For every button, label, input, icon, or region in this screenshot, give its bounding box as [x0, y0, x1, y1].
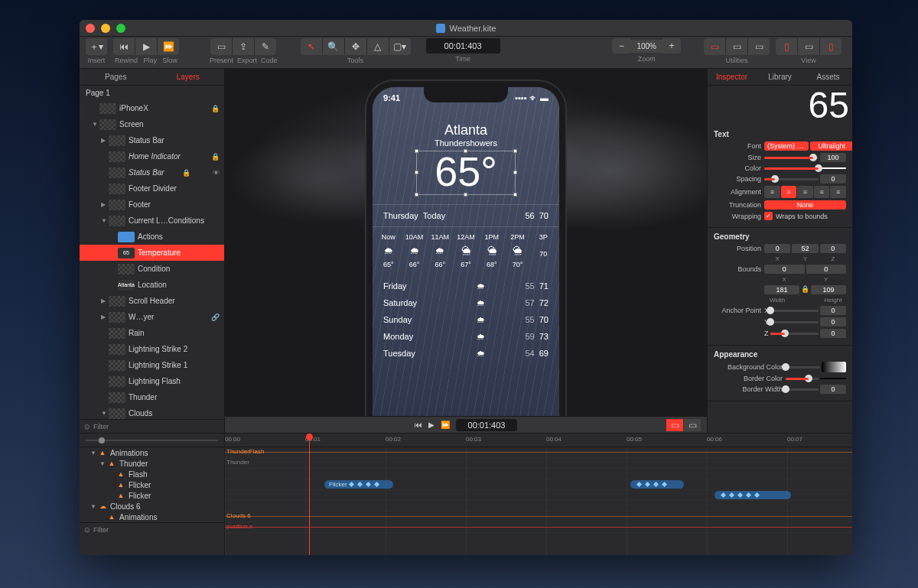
layer-row[interactable]: ▼Clouds	[80, 405, 224, 419]
close-button[interactable]	[86, 24, 95, 33]
pages-tab[interactable]: Pages	[80, 69, 152, 85]
timeline-tracks-area[interactable]: 00:0000:0100:0200:0300:0400:0500:0600:07…	[225, 434, 852, 555]
timeline-item[interactable]: ▲Flicker	[80, 479, 224, 490]
pos-x[interactable]: 0	[764, 244, 790, 253]
export-button[interactable]: ⇪	[233, 38, 254, 55]
timeline-scrubber-mini[interactable]	[80, 434, 224, 447]
code-button[interactable]: ✎	[255, 38, 276, 55]
utilities-panel-3[interactable]: ▭	[748, 38, 770, 55]
timeline-item[interactable]: ▼▲Animations	[80, 447, 224, 458]
layer-row[interactable]: ▶Scroll Header	[80, 293, 224, 309]
timeline-filter[interactable]: ⊙ Filter	[80, 522, 224, 536]
zoom-value[interactable]: 100%	[630, 40, 662, 53]
width-input[interactable]: 181	[764, 285, 799, 294]
size-slider[interactable]	[764, 157, 819, 159]
inspector-tab[interactable]: Inspector	[708, 69, 756, 85]
playbar-slow[interactable]: ⏩	[441, 421, 450, 429]
layer-row[interactable]: iPhoneX🔒	[80, 100, 224, 116]
layer-row[interactable]: ▶W…yer🔗	[80, 309, 224, 325]
anchor-z-slider[interactable]	[770, 333, 819, 335]
view-3[interactable]: ▯	[820, 38, 842, 55]
layer-row[interactable]: Rain	[80, 325, 224, 341]
canvas[interactable]: 9:41 ▪▪▪▪ ᯤ ▬ Atlanta Thundershowers 65°	[225, 69, 707, 433]
alignment-buttons[interactable]: ≡≡≡≡≡	[764, 186, 846, 198]
layer-row[interactable]: Footer Divider	[80, 180, 224, 197]
borderwidth-input[interactable]: 0	[820, 385, 846, 394]
bordercolor-swatch[interactable]	[820, 378, 846, 379]
shape-tool[interactable]: △	[367, 38, 389, 55]
layer-row[interactable]: Lightning Strike 2	[80, 341, 224, 357]
view-1[interactable]: ▯	[776, 38, 797, 55]
bgcolor-swatch[interactable]	[822, 362, 846, 372]
utilities-panel-2[interactable]: ▭	[726, 38, 747, 55]
clip-flicker-2[interactable]	[630, 480, 684, 489]
sidebar-filter[interactable]: ⊙ Filter	[80, 419, 224, 433]
timeline-mode-2[interactable]: ▭	[684, 419, 701, 431]
pos-y[interactable]: 52	[792, 244, 818, 253]
move-tool[interactable]: ✥	[345, 38, 366, 55]
layer-tree[interactable]: iPhoneX🔒▼Screen▶Status BarHome Indicator…	[80, 100, 224, 419]
clip-flicker-1[interactable]: Flicker	[324, 480, 393, 489]
timeline-ruler[interactable]: 00:0000:0100:0200:0300:0400:0500:0600:07	[225, 434, 852, 447]
anchor-x-slider[interactable]	[770, 310, 819, 312]
layer-row[interactable]: ▶Status Bar	[80, 132, 224, 148]
time-display[interactable]: 00:01:403	[426, 38, 500, 54]
layer-row[interactable]: Home Indicator🔒	[80, 148, 224, 164]
bounds-x[interactable]: 0	[764, 265, 805, 274]
layers-tab[interactable]: Layers	[152, 69, 225, 85]
layer-row[interactable]: Lightning Flash	[80, 373, 224, 389]
minimize-button[interactable]	[101, 24, 110, 33]
playbar-play[interactable]: ▶	[428, 421, 435, 429]
utilities-panel-1[interactable]: ▭	[704, 38, 725, 55]
layer-row[interactable]: Status Bar🔒👁	[80, 164, 224, 180]
spacing-input[interactable]: 0	[820, 174, 846, 184]
zoom-button[interactable]	[116, 24, 125, 33]
selection-box[interactable]	[416, 151, 516, 195]
play-button[interactable]: ▶	[135, 38, 157, 55]
size-input[interactable]: 100	[820, 153, 846, 162]
timeline-item[interactable]: ▲Flash	[80, 469, 224, 479]
rect-tool[interactable]: ▢▾	[389, 38, 411, 55]
layer-row[interactable]: Condition	[80, 261, 224, 277]
zoom-out-button[interactable]: −	[612, 38, 630, 54]
layer-row[interactable]: ▶Footer	[80, 197, 224, 213]
present-button[interactable]: ▭	[210, 38, 232, 55]
layer-row[interactable]: ▼Screen	[80, 116, 224, 132]
timeline-item[interactable]: ▼☁Clouds 6	[80, 501, 224, 512]
layer-row[interactable]: ▼Current L…Conditions	[80, 213, 224, 229]
layer-row[interactable]: Thunder	[80, 389, 224, 405]
playbar-rewind[interactable]: ⏮	[415, 421, 422, 429]
playbar-time[interactable]: 00:01:403	[456, 419, 518, 431]
view-2[interactable]: ▭	[798, 38, 819, 55]
timeline-item[interactable]: ▼▲Thunder	[80, 458, 224, 469]
color-swatch[interactable]	[820, 167, 846, 169]
layer-row[interactable]: Lightning Strike 1	[80, 357, 224, 373]
bounds-y[interactable]: 0	[806, 265, 847, 274]
timeline-item[interactable]: ▲Animations	[80, 512, 224, 522]
insert-button[interactable]: ＋▾	[86, 38, 107, 55]
truncation-select[interactable]: None	[764, 200, 846, 210]
assets-tab[interactable]: Assets	[804, 69, 852, 85]
borderwidth-slider[interactable]	[786, 388, 819, 391]
zoom-tool[interactable]: 🔍	[323, 38, 344, 55]
layer-row[interactable]: AtlantaLocation	[80, 277, 224, 293]
layer-row[interactable]: 65Temperature	[80, 245, 224, 261]
slow-button[interactable]: ⏩	[158, 38, 179, 55]
height-input[interactable]: 109	[811, 285, 846, 294]
timeline-mode-1[interactable]: ▭	[666, 419, 683, 431]
pointer-tool[interactable]: ↖	[301, 38, 322, 55]
wrapping-checkbox[interactable]: ✓Wraps to bounds	[764, 212, 828, 220]
font-weight-select[interactable]: Ultralight	[810, 141, 852, 151]
bgcolor-slider[interactable]	[786, 366, 820, 369]
rewind-button[interactable]: ⏮	[113, 38, 135, 55]
anchor-y-slider[interactable]	[770, 321, 819, 323]
zoom-in-button[interactable]: +	[662, 38, 681, 54]
library-tab[interactable]: Library	[756, 69, 804, 85]
pos-z[interactable]: 0	[820, 244, 846, 253]
temperature-label[interactable]: 65°	[373, 151, 559, 192]
lock-icon[interactable]: 🔒	[801, 285, 809, 294]
bordercolor-slider[interactable]	[786, 378, 819, 380]
layer-row[interactable]: Actions	[80, 229, 224, 245]
spacing-slider[interactable]	[764, 178, 819, 180]
titlebar[interactable]: Weather.kite	[80, 20, 852, 37]
